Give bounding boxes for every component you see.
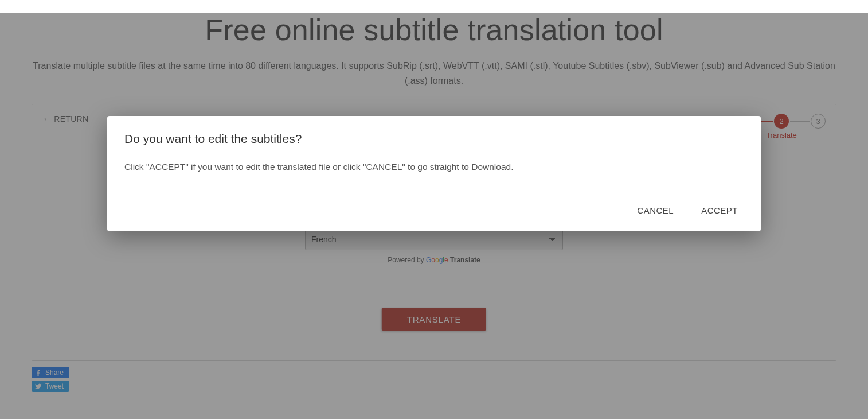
- cancel-button[interactable]: CANCEL: [631, 202, 679, 219]
- page-root: Free online subtitle translation tool Tr…: [0, 13, 868, 419]
- accept-button[interactable]: ACCEPT: [695, 202, 744, 219]
- edit-subtitles-modal: Do you want to edit the subtitles? Click…: [107, 116, 761, 231]
- modal-body: Click "ACCEPT" if you want to edit the t…: [124, 162, 744, 172]
- modal-title: Do you want to edit the subtitles?: [124, 132, 744, 146]
- modal-actions: CANCEL ACCEPT: [124, 202, 744, 219]
